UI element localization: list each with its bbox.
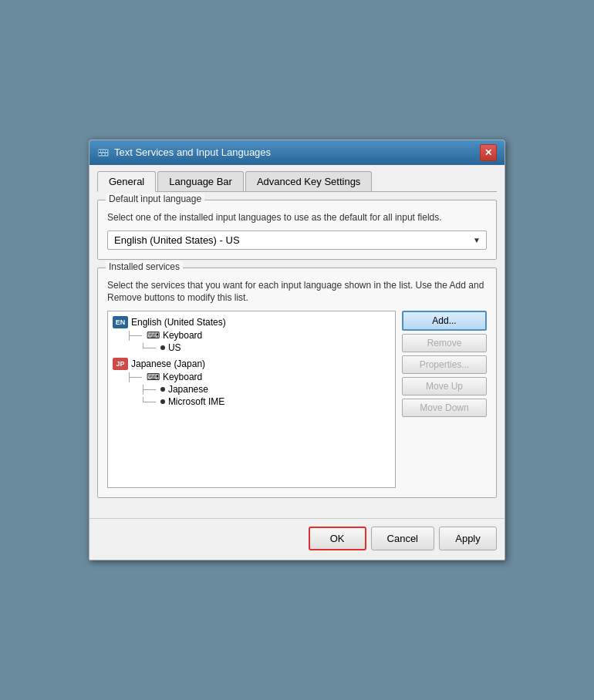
apply-button[interactable]: Apply xyxy=(439,527,497,550)
en-us-item: └── US xyxy=(140,342,390,353)
default-input-legend: Default input language xyxy=(106,194,204,204)
dialog-body: General Language Bar Advanced Key Settin… xyxy=(89,165,505,513)
dialog-window: Text Services and Input Languages ✕ Gene… xyxy=(89,140,505,560)
tab-advanced-key-settings[interactable]: Advanced Key Settings xyxy=(245,171,372,191)
language-item-japanese: JP Japanese (Japan) ├── ⌨ Keyboard xyxy=(113,358,390,407)
move-down-button[interactable]: Move Down xyxy=(402,399,487,417)
svg-rect-7 xyxy=(106,153,107,155)
installed-services-legend: Installed services xyxy=(106,261,183,272)
jp-ime-item: └── Microsoft IME xyxy=(140,396,390,407)
language-item-english: EN English (United States) ├── ⌨ Keyboar… xyxy=(113,316,390,353)
tab-bar: General Language Bar Advanced Key Settin… xyxy=(97,171,497,192)
jp-keyboard-label: Keyboard xyxy=(163,372,202,382)
jp-japanese-connector: ├── xyxy=(140,385,156,395)
svg-rect-5 xyxy=(99,153,101,155)
title-icon xyxy=(97,146,110,159)
services-buttons: Add... Remove Properties... Move Up Move… xyxy=(402,311,487,488)
svg-rect-0 xyxy=(98,149,109,156)
jp-japanese-label: Japanese xyxy=(168,384,208,395)
jp-keyboard-connector: ├── xyxy=(127,372,142,382)
properties-button[interactable]: Properties... xyxy=(402,355,487,374)
services-tree[interactable]: EN English (United States) ├── ⌨ Keyboar… xyxy=(107,311,396,488)
jp-ime-connector: └── xyxy=(140,397,156,407)
cancel-button[interactable]: Cancel xyxy=(371,527,434,550)
jp-badge: JP xyxy=(113,358,128,370)
jp-keyboard-item: ├── ⌨ Keyboard xyxy=(127,372,390,382)
services-area: EN English (United States) ├── ⌨ Keyboar… xyxy=(107,311,487,488)
en-us-connector: └── xyxy=(140,343,156,353)
svg-rect-3 xyxy=(103,150,105,152)
default-language-dropdown-wrapper: English (United States) - US Japanese (J… xyxy=(107,231,487,250)
en-us-label: US xyxy=(168,342,181,353)
en-keyboard-item: ├── ⌨ Keyboard xyxy=(127,330,390,341)
close-button[interactable]: ✕ xyxy=(480,144,497,161)
keyboard-icon-jp: ⌨ xyxy=(147,372,160,382)
jp-japanese-bullet xyxy=(160,387,165,392)
svg-rect-6 xyxy=(103,153,105,155)
default-input-description: Select one of the installed input langua… xyxy=(107,211,487,224)
tab-language-bar[interactable]: Language Bar xyxy=(157,171,244,191)
en-badge: EN xyxy=(113,316,128,328)
ok-button[interactable]: OK xyxy=(309,527,366,550)
svg-rect-1 xyxy=(99,150,100,152)
dialog-footer: OK Cancel Apply xyxy=(89,518,505,560)
en-keyboard-connector: ├── xyxy=(127,331,142,341)
title-bar-left: Text Services and Input Languages xyxy=(97,146,271,159)
installed-services-group: Installed services Select the services t… xyxy=(97,268,497,499)
en-us-bullet xyxy=(160,345,165,350)
default-input-group: Default input language Select one of the… xyxy=(97,200,497,260)
keyboard-icon-en: ⌨ xyxy=(147,330,160,341)
svg-rect-2 xyxy=(101,150,103,152)
move-up-button[interactable]: Move Up xyxy=(402,377,487,395)
jp-ime-label: Microsoft IME xyxy=(168,396,224,407)
jp-language-name: Japanese (Japan) xyxy=(131,358,205,369)
default-language-dropdown[interactable]: English (United States) - US Japanese (J… xyxy=(107,231,487,250)
tab-general[interactable]: General xyxy=(97,171,156,192)
en-keyboard-label: Keyboard xyxy=(163,330,202,341)
jp-ime-bullet xyxy=(160,399,165,404)
add-button[interactable]: Add... xyxy=(402,311,487,331)
installed-services-description: Select the services that you want for ea… xyxy=(107,279,487,305)
window-title: Text Services and Input Languages xyxy=(114,146,271,158)
svg-rect-4 xyxy=(106,150,107,152)
jp-japanese-item: ├── Japanese xyxy=(140,384,390,395)
remove-button[interactable]: Remove xyxy=(402,334,487,352)
title-bar: Text Services and Input Languages ✕ xyxy=(89,140,505,165)
en-language-name: English (United States) xyxy=(131,317,226,328)
